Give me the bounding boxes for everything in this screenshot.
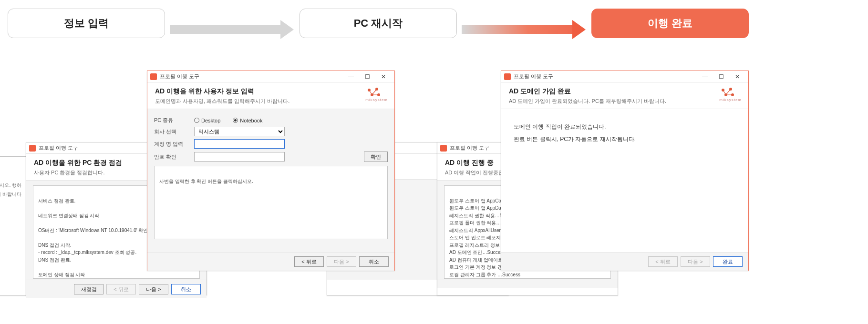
minimize-icon[interactable]: — [343,71,359,82]
instruction-text: 사번을 입력한 후 확인 버튼을 클릭하십시오. [159,179,253,184]
partial-text: 을 자동으로 전환해 따라 달라질 수 있을 시오. 행하시기 바랍니다 [0,157,26,295]
step-pc-restart: PC 재시작 [300,9,457,38]
step-label: 이행 완료 [648,16,692,30]
log-text: 서비스 점검 완료. 네트워크 연결상태 점검 시작 OS버전 : 'Micro… [38,198,149,279]
step-row: 정보 입력 PC 재시작 이행 완료 [8,9,860,39]
account-label: 계정 명 입력 [154,141,188,148]
brand: miksystem [719,87,742,102]
brand-icon [719,87,735,98]
subheading: AD 도메인 가입이 완료되었습니다. PC를 재부팅해주시기 바랍니다. [509,98,741,105]
back-button: < 뒤로 [106,284,136,294]
step-label: 정보 입력 [64,16,109,30]
window-title: 프로필 이행 도구 [514,73,697,80]
cancel-button[interactable]: 취소 [359,256,389,267]
brand-icon [365,87,382,98]
password-input[interactable] [194,152,285,162]
app-icon [440,145,447,152]
header: AD 이행을 위한 사용자 정보 입력 도메인명과 사용자명, 패스워드를 입력… [147,82,394,109]
back-button[interactable]: < 뒤로 [294,256,324,267]
footer: < 뒤로 다음 > 완료 [501,252,748,271]
arrow-1 [170,23,294,36]
password-label: 암호 확인 [154,153,188,161]
row-pc-type: PC 종류 Desktop Notebook [154,117,388,124]
row-company: 회사 선택 믹시스템 [154,127,388,136]
minimize-icon[interactable]: — [697,71,713,82]
row-password: 암호 확인 확인 [154,152,388,162]
app-icon [150,73,157,80]
window-domain-join-complete: 프로필 이행 도구 — ☐ ✕ AD 도메인 가입 완료 AD 도메인 가입이 … [501,71,749,271]
maximize-icon[interactable]: ☐ [359,71,375,82]
cancel-button[interactable]: 취소 [171,284,201,294]
recheck-button[interactable]: 재정검 [74,284,103,294]
window-controls: — ☐ ✕ [697,71,745,82]
heading: AD 도메인 가입 완료 [509,87,741,96]
company-label: 회사 선택 [154,128,188,135]
company-select[interactable]: 믹시스템 [194,127,285,136]
header: AD 도메인 가입 완료 AD 도메인 가입이 완료되었습니다. PC를 재부팅… [501,82,748,109]
brand-text: miksystem [719,98,742,102]
window-user-info-input: 프로필 이행 도구 — ☐ ✕ AD 이행을 위한 사용자 정보 입력 도메인명… [147,71,395,271]
maximize-icon[interactable]: ☐ [713,71,729,82]
close-icon[interactable]: ✕ [375,71,392,82]
radio-notebook[interactable]: Notebook [233,118,262,123]
instruction-box: 사번을 입력한 후 확인 버튼을 클릭하십시오. [154,166,388,239]
app-icon [504,73,511,80]
subheading: 도메인명과 사용자명, 패스워드를 입력해주시기 바랍니다. [155,98,387,105]
step-label: PC 재시작 [354,16,403,30]
footer: 재정검 < 뒤로 다음 > 취소 [26,280,207,298]
next-button: 다음 > [681,256,710,267]
row-account: 계정 명 입력 [154,139,388,149]
window-intro-partial: 을 자동으로 전환해 따라 달라질 수 있을 시오. 행하시기 바랍니다 [0,156,27,295]
back-button: < 뒤로 [648,256,678,267]
body: PC 종류 Desktop Notebook 회사 선택 믹시스템 계정 명 입… [147,109,394,252]
arrow-2 [462,23,586,36]
step-complete: 이행 완료 [591,9,749,38]
next-button: 다음 > [327,256,356,267]
complete-line-1: 도메인 이행 작업이 완료되었습니다. [514,121,736,133]
footer [437,280,618,288]
body: 도메인 이행 작업이 완료되었습니다. 완료 버튼 클릭시, PC가 자동으로 … [501,109,748,252]
pc-type-label: PC 종류 [154,117,188,124]
close-icon[interactable]: ✕ [729,71,745,82]
radio-desktop[interactable]: Desktop [194,118,220,123]
heading: AD 이행을 위한 사용자 정보 입력 [155,87,387,96]
titlebar[interactable]: 프로필 이행 도구 — ☐ ✕ [147,71,394,82]
account-input[interactable] [194,139,285,149]
titlebar[interactable]: 프로필 이행 도구 — ☐ ✕ [501,71,748,82]
complete-line-2: 완료 버튼 클릭시, PC가 자동으로 재시작됩니다. [514,133,736,145]
step-info-input: 정보 입력 [8,9,165,38]
window-controls: — ☐ ✕ [343,71,392,82]
confirm-button[interactable]: 확인 [364,152,388,162]
brand-text: miksystem [365,98,388,102]
complete-button[interactable]: 완료 [713,256,743,267]
next-button[interactable]: 다음 > [139,284,168,294]
brand: miksystem [365,87,388,102]
window-title: 프로필 이행 도구 [160,73,343,80]
footer: < 뒤로 다음 > 취소 [147,252,394,271]
app-icon [29,145,36,152]
